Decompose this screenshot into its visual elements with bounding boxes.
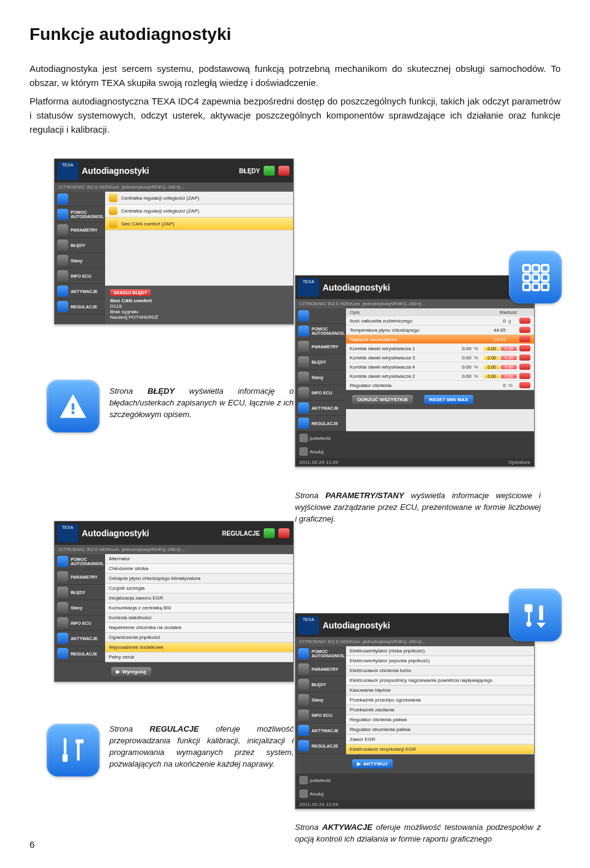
sidebar-item-bledy[interactable]: BŁĘDY — [55, 238, 105, 253]
fault-row-selected[interactable]: Sieć CAN comfort (ZAP) — [105, 217, 293, 230]
activation-row[interactable]: Elektrozawór ciśnienia turbo — [346, 666, 534, 676]
param-header: Opis Wartość — [346, 308, 534, 316]
sidebar-item-regulacje[interactable]: REGULACJE — [55, 299, 105, 315]
sidebar-item-pomoc[interactable]: POMOC AUTODIAGNOS. — [55, 554, 105, 569]
regulation-label: Wyposażenie dodatkowe — [109, 644, 163, 650]
regulation-row[interactable]: Napełnienie zbiornika na dodatek — [105, 623, 293, 633]
sidebar-item-regulacje[interactable]: REGULACJE — [296, 416, 346, 431]
fault-row[interactable]: Centralka regulacji odległości (ZAP) — [105, 192, 293, 205]
activation-row[interactable]: Zawór EGR — [346, 735, 534, 745]
activation-row[interactable]: Elektrozawór recyrkulacji EGR — [346, 745, 534, 754]
sidebar-item-aktywacje[interactable]: AKTYWACJE — [296, 723, 346, 738]
activation-row[interactable]: Kasowanie błędów — [346, 686, 534, 695]
sidebar-item-dummy[interactable] — [296, 308, 346, 324]
param-row[interactable]: Ilość całkowita zużletniczego0g — [346, 316, 534, 326]
sidebar-item-parametry[interactable]: PARAMETRY — [296, 339, 346, 354]
svg-rect-1 — [533, 265, 540, 272]
fault-icon — [109, 206, 117, 215]
minimize-button[interactable] — [264, 166, 275, 176]
param-row[interactable]: Temperatura płynu chłodzącego44.85 — [346, 326, 534, 335]
sidebar-item-parametry[interactable]: PARAMETRY — [55, 222, 105, 238]
sidebar-item-pomoc[interactable]: POMOC AUTODIAGNOS. — [55, 207, 105, 222]
sidebar-item-stany[interactable]: Stany — [296, 692, 346, 708]
activation-row[interactable]: Przekaźnik zasilania — [346, 705, 534, 715]
activation-label: Przekaźnik zasilania — [350, 707, 394, 713]
confirm-button[interactable]: potwierdź — [299, 776, 331, 784]
regulation-row[interactable]: Czujnik szrzegła — [105, 584, 293, 593]
sidebar-item-dummy[interactable] — [55, 192, 105, 207]
param-row[interactable]: Korekta dawki wtryskiwacza 20.00%0.000.0… — [346, 372, 534, 381]
sidebar-item-aktywacje[interactable]: AKTYWACJE — [296, 401, 346, 416]
sidebar-item-bledy[interactable]: BŁĘDY — [55, 585, 105, 600]
sidebar-item-parametry[interactable]: PARAMETRY — [55, 569, 105, 585]
fault-label: Centralka regulacji odległości (ZAP) — [121, 195, 199, 201]
close-button[interactable] — [278, 166, 289, 176]
activation-row[interactable]: Elektrowentylator (wysoka prędkość) — [346, 656, 534, 666]
texa-logo: TEXA — [57, 524, 78, 542]
param-row[interactable]: Napięcie akumulatora14.03 — [346, 335, 534, 344]
activation-row[interactable]: Regulator strumienia paliwa — [346, 725, 534, 735]
activation-label: Elektrowentylator (wysoka prędkość) — [350, 658, 430, 663]
svg-rect-0 — [524, 265, 530, 272]
sidebar-item-stany[interactable]: Stany — [55, 600, 105, 616]
param-value: 0 — [487, 318, 508, 324]
sidebar-item-pomoc[interactable]: POMOC AUTODIAGNOS. — [296, 646, 346, 662]
sidebar-item-infoecu[interactable]: INFO ECU — [296, 385, 346, 401]
sidebar-item-infoecu[interactable]: INFO ECU — [55, 268, 105, 284]
param-desc: Regulator ciśnienia — [350, 383, 487, 388]
sidebar-item-bledy[interactable]: BŁĘDY — [296, 354, 346, 370]
param-row[interactable]: Korekta dawki wtryskiwacza 10.00%0.000.0… — [346, 344, 534, 353]
sidebar-item-label: BŁĘDY — [71, 243, 85, 248]
sidebar-item-label: PARAMETRY — [71, 228, 98, 232]
regulation-row[interactable]: Inicjalizacja zaworu EGR — [105, 593, 293, 603]
sidebar-item-aktywacje[interactable]: AKTYWACJE — [55, 284, 105, 299]
param-row[interactable]: Regulator ciśnienia0% — [346, 381, 534, 390]
sidebar-item-regulacje[interactable]: REGULACJE — [296, 738, 346, 754]
sidebar-item-aktywacje[interactable]: AKTYWACJE — [55, 631, 105, 646]
activation-row[interactable]: Regulator ciśnienia paliwa — [346, 715, 534, 725]
activation-label: Kasowanie błędów — [350, 687, 391, 693]
activate-button[interactable]: ▶ AKTYWUJ — [352, 759, 393, 768]
svg-point-13 — [526, 622, 532, 627]
regulation-row[interactable]: Odcięcie płynu chłodzącego klimatyzatora — [105, 574, 293, 584]
activation-row[interactable]: Przekaźnik przed/po ogrzewania — [346, 695, 534, 705]
param-indicator — [519, 382, 530, 388]
actuator-icon — [519, 599, 551, 631]
regulation-row[interactable]: Chłodzenie silnika — [105, 564, 293, 574]
regulation-row[interactable]: Pełny zeruk — [105, 652, 293, 662]
sidebar-item-label: INFO ECU — [71, 621, 91, 625]
param-desc: Napięcie akumulatora — [350, 337, 487, 342]
confirm-button[interactable]: potwierdź — [299, 434, 331, 442]
sidebar-item-stany[interactable]: Stany — [296, 370, 346, 385]
sidebar-item-infoecu[interactable]: INFO ECU — [296, 708, 346, 723]
adjust-button[interactable]: ▶ Wyreguluj — [111, 667, 151, 676]
sidebar-item-bledy[interactable]: BŁĘDY — [296, 677, 346, 692]
fault-row[interactable]: Centralka regulacji odległości (ZAP) — [105, 205, 293, 217]
regulation-row[interactable]: Ograniczenia prędkości — [105, 633, 293, 643]
param-indicator — [519, 373, 530, 379]
sidebar-item-infoecu[interactable]: INFO ECU — [55, 616, 105, 631]
close-button[interactable] — [278, 528, 289, 538]
regulation-row[interactable]: Komunikacja z centralką BSI — [105, 603, 293, 613]
sidebar-item-parametry[interactable]: PARAMETRY — [296, 662, 346, 677]
reset-minmax-button[interactable]: RESET MIN MAX — [424, 395, 473, 404]
regulation-row[interactable]: Alternator — [105, 554, 293, 564]
cancel-button[interactable]: Anuluj — [299, 789, 323, 798]
wrench-icon — [57, 301, 68, 312]
activation-row[interactable]: Elektrozawór przepustnicy nagrzewania po… — [346, 676, 534, 686]
breadcrumb: CITROEN\C 8\2.0 HDI\Kom. jednobryłowy\RH… — [296, 299, 534, 308]
param-row[interactable]: Korekta dawki wtryskiwacza 30.00%0.000.0… — [346, 353, 534, 362]
sidebar-item-label: POMOC AUTODIAGNOS. — [71, 210, 104, 219]
caption-regulacje: Strona REGULACJE oferuje możliwość przep… — [109, 724, 294, 770]
regulation-row[interactable]: Kontrola stabilności — [105, 613, 293, 623]
discard-all-button[interactable]: ODRZUĆ WSZYSTKIE — [352, 395, 413, 404]
sidebar-item-stany[interactable]: Stany — [55, 253, 105, 268]
cancel-button[interactable]: Anuluj — [299, 447, 323, 456]
regulation-row[interactable]: Wyposażenie dodatkowe — [105, 643, 293, 652]
sidebar-item-regulacje[interactable]: REGULACJE — [55, 646, 105, 662]
clear-faults-badge[interactable]: SKASUJ BŁĘDY — [110, 289, 151, 296]
sidebar-item-pomoc[interactable]: POMOC AUTODIAGNOS. — [296, 324, 346, 339]
param-row[interactable]: Korekta dawki wtryskiwacza 40.00%0.000.0… — [346, 362, 534, 372]
minimize-button[interactable] — [264, 528, 275, 538]
activation-row[interactable]: Elektrowentylator (niska prędkość) — [346, 646, 534, 656]
